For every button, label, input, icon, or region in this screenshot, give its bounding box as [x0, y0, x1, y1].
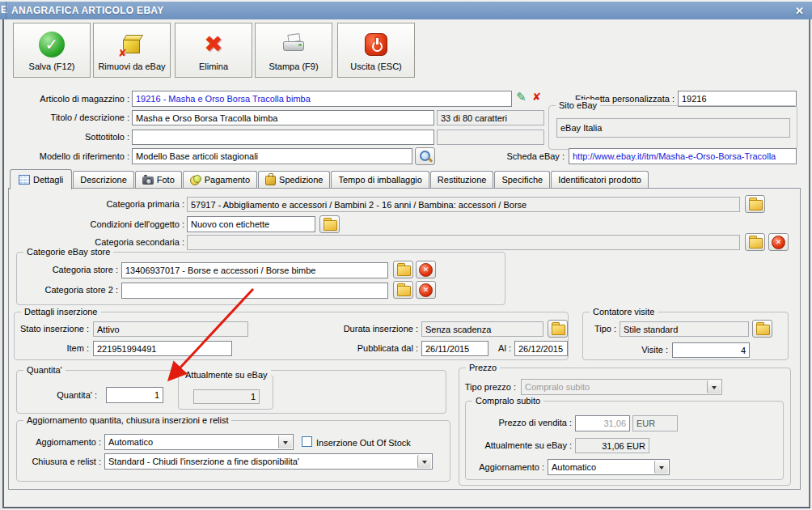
- currently-on-ebay-price-field: 31,06 EUR: [575, 438, 649, 453]
- buy-it-now-group-label: Compralo subito: [472, 395, 543, 406]
- store-category2-field[interactable]: [121, 283, 388, 299]
- published-from-field[interactable]: 26/11/2015: [421, 341, 488, 356]
- sale-price-field[interactable]: 31,06: [575, 415, 630, 431]
- quantity-field[interactable]: 1: [106, 387, 163, 403]
- grid-icon: [19, 175, 30, 185]
- tab-tempo-imballaggio[interactable]: Tempo di imballaggio: [331, 171, 429, 188]
- quantity-label: Quantita' :: [36, 388, 97, 403]
- store-category2-clear-button[interactable]: [416, 281, 436, 299]
- sale-price-label: Prezzo di vendita :: [485, 415, 572, 431]
- tab-specifiche[interactable]: Specifiche: [494, 171, 550, 188]
- item-number-field[interactable]: 221951994491: [93, 341, 232, 356]
- tab-foto[interactable]: Foto: [135, 171, 182, 188]
- ebay-url-field[interactable]: http://www.ebay.it/itm/Masha-e-Orso-Bors…: [569, 148, 797, 164]
- remove-from-ebay-button[interactable]: Rimuovi da eBay: [93, 23, 171, 78]
- listing-status-label: Stato inserzione :: [16, 321, 89, 337]
- price-update-label: Aggiornamento :: [458, 460, 544, 475]
- delete-circle-icon: [772, 236, 785, 249]
- remove-box-icon: [120, 33, 144, 56]
- store-category-field[interactable]: 13406937017 - Borse e accessori / Borse …: [121, 262, 388, 278]
- print-button[interactable]: Stampa (F9): [255, 23, 332, 78]
- primary-category-browse-button[interactable]: [745, 195, 765, 213]
- folder-icon: [397, 286, 410, 296]
- clear-article-x-icon[interactable]: [532, 91, 541, 103]
- closure-relist-combo[interactable]: Standard - Chiudi l'inserzione a fine di…: [104, 453, 433, 470]
- close-icon[interactable]: ✕: [793, 4, 806, 17]
- title-description-field[interactable]: Masha e Orso Borsa Tracolla bimba: [132, 110, 434, 125]
- custom-label-field[interactable]: 19216: [678, 91, 797, 107]
- counter-type-browse-button[interactable]: [752, 320, 772, 338]
- coins-icon: [190, 175, 201, 185]
- folder-icon: [749, 200, 762, 210]
- edit-pencil-icon[interactable]: [516, 90, 527, 104]
- ebay-store-categories-group-label: Categorie eBay store: [23, 246, 113, 257]
- price-type-combo[interactable]: Compralo subito: [521, 379, 722, 395]
- duration-browse-button[interactable]: [548, 320, 568, 338]
- tab-descrizione[interactable]: Descrizione: [73, 171, 133, 188]
- tab-dettagli-label: Dettagli: [33, 175, 63, 185]
- currently-on-ebay-qty-field: 1: [193, 389, 260, 404]
- published-to-field[interactable]: 26/12/2015: [514, 341, 568, 356]
- secondary-category-field[interactable]: [187, 235, 740, 250]
- remove-from-ebay-label: Rimuovi da eBay: [94, 62, 170, 71]
- ebay-article-dialog: E ANAGRAFICA ARTICOLO EBAY ✕ Salva (F12)…: [0, 0, 812, 510]
- folder-icon: [324, 220, 336, 231]
- delete-circle-icon: [419, 283, 433, 297]
- tab-identificatori[interactable]: Identificatori prodotto: [551, 171, 649, 188]
- folder-icon: [749, 238, 762, 249]
- power-icon: [365, 33, 387, 56]
- model-search-button[interactable]: [415, 147, 435, 165]
- delete-button[interactable]: Elimina: [175, 23, 252, 78]
- published-from-label: Pubblicata dal :: [325, 341, 418, 356]
- reference-model-field[interactable]: Modello Base articoli stagionali: [132, 148, 412, 164]
- chevron-down-icon[interactable]: [707, 380, 721, 393]
- warehouse-article-label: Articolo di magazzino :: [15, 91, 129, 107]
- secondary-category-browse-button[interactable]: [745, 233, 765, 251]
- reference-model-label: Modello di riferimento :: [15, 149, 129, 164]
- save-button-label: Salva (F12): [14, 62, 90, 71]
- chevron-down-icon[interactable]: [654, 461, 668, 474]
- out-of-stock-checkbox[interactable]: [302, 436, 312, 447]
- price-update-value: Automatico: [552, 462, 596, 472]
- published-to-label: Al :: [492, 341, 511, 356]
- currency-field: EUR: [632, 415, 678, 431]
- chevron-down-icon[interactable]: [278, 436, 292, 448]
- subtitle-field[interactable]: [132, 130, 434, 145]
- warehouse-article-field[interactable]: 19216 - Masha e Orso Borsa Tracolla bimb…: [132, 91, 512, 107]
- title-description-label: Titolo / descrizione :: [15, 110, 129, 125]
- primary-category-field[interactable]: 57917 - Abbigliamento e accessori / Bamb…: [187, 197, 740, 212]
- quantity-update-group-label: Aggiornamento quantita, chiusura inserzi…: [23, 414, 231, 426]
- item-condition-field[interactable]: Nuovo con etichette: [187, 216, 315, 232]
- store-category2-browse-button[interactable]: [393, 281, 413, 299]
- print-button-label: Stampa (F9): [256, 62, 332, 71]
- visit-counter-group-label: Contatore visite: [590, 306, 658, 317]
- exit-button[interactable]: Uscita (ESC): [337, 23, 415, 78]
- tab-dettagli[interactable]: Dettagli: [10, 169, 72, 189]
- window-title: ANAGRAFICA ARTICOLO EBAY: [11, 5, 164, 16]
- tab-spedizione[interactable]: Spedizione: [258, 171, 330, 188]
- listing-details-group-label: Dettagli inserzione: [21, 306, 101, 317]
- delete-x-icon: [204, 33, 222, 56]
- listing-duration-label: Durata inserzione :: [325, 321, 418, 337]
- price-update-combo[interactable]: Automatico: [548, 459, 670, 475]
- secondary-category-clear-button[interactable]: [768, 233, 789, 251]
- chevron-down-icon[interactable]: [417, 455, 431, 468]
- tab-pagamento-label: Pagamento: [205, 175, 250, 185]
- store-category-browse-button[interactable]: [393, 261, 413, 278]
- visits-field[interactable]: 4: [672, 342, 750, 358]
- ebay-site-field: eBay Italia: [556, 118, 790, 138]
- save-button[interactable]: Salva (F12): [13, 23, 91, 78]
- tab-restituzione[interactable]: Restituzione: [430, 171, 494, 188]
- condition-browse-button[interactable]: [319, 215, 340, 233]
- delete-button-label: Elimina: [176, 62, 252, 71]
- title-bar-seam: [6, 2, 6, 19]
- tab-pagamento[interactable]: Pagamento: [183, 171, 257, 188]
- item-number-label: Item :: [16, 341, 89, 356]
- price-type-label: Tipo prezzo :: [463, 380, 516, 395]
- printer-icon: [281, 34, 306, 55]
- update-mode-combo[interactable]: Automatico: [104, 434, 294, 450]
- store-category-clear-button[interactable]: [416, 261, 436, 278]
- window-border-bottom: [2, 507, 810, 508]
- window-border-right: [809, 19, 810, 508]
- tab-strip: Dettagli Descrizione Foto Pagamento Sped…: [10, 169, 649, 188]
